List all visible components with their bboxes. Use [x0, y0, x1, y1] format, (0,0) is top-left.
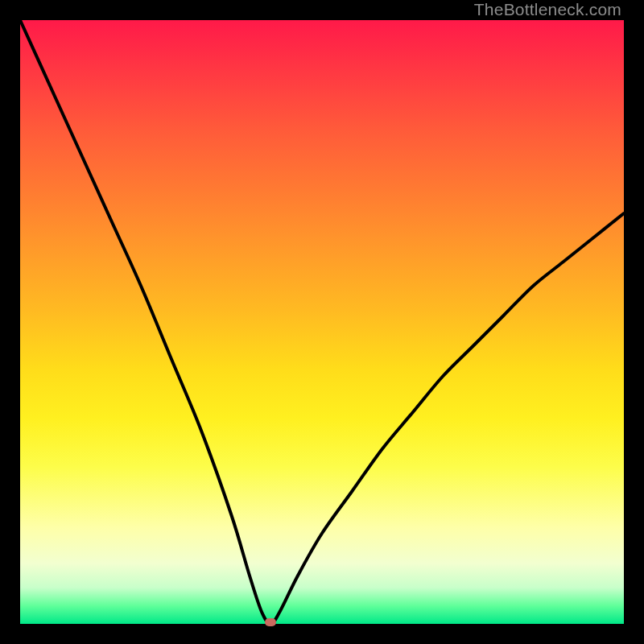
chart-frame: TheBottleneck.com [0, 0, 644, 644]
bottleneck-curve [20, 20, 624, 624]
watermark-text: TheBottleneck.com [474, 0, 621, 19]
plot-area [20, 20, 624, 624]
optimal-point-marker [265, 618, 276, 626]
